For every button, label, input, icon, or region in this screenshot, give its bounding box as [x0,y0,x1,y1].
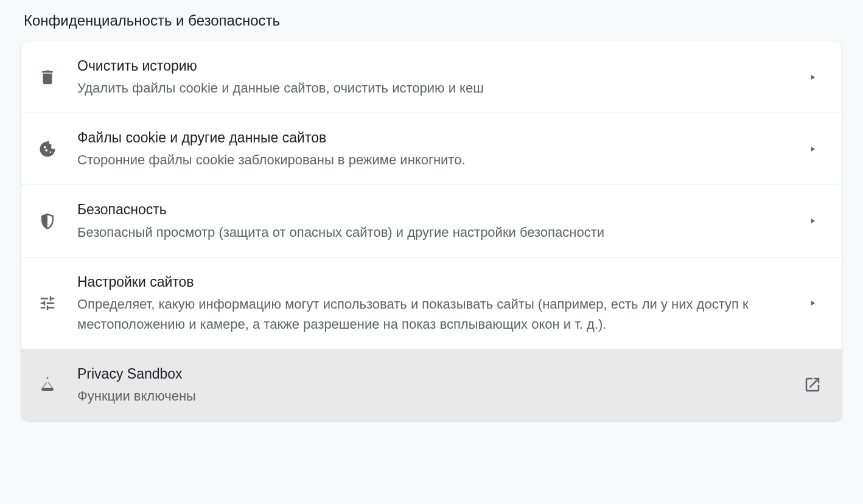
cookie-icon [38,140,77,158]
row-subtitle: Удалить файлы cookie и данные сайтов, оч… [77,78,788,98]
row-title: Настройки сайтов [77,272,788,292]
row-title: Очистить историю [77,56,788,75]
row-cookies[interactable]: Файлы cookie и другие данные сайтов Стор… [21,113,842,185]
trash-icon [38,68,77,86]
row-subtitle: Безопасный просмотр (защита от опасных с… [77,222,788,242]
settings-card: Очистить историю Удалить файлы cookie и … [21,41,842,421]
row-text: Безопасность Безопасный просмотр (защита… [77,200,803,242]
chevron-right-icon [803,217,822,225]
row-site-settings[interactable]: Настройки сайтов Определяет, какую инфор… [21,257,842,349]
chevron-right-icon [803,145,822,153]
row-subtitle: Определяет, какую информацию могут испол… [77,294,788,334]
chevron-right-icon [803,73,822,82]
row-text: Файлы cookie и другие данные сайтов Стор… [77,128,803,170]
row-text: Privacy Sandbox Функции включены [77,364,803,406]
row-text: Настройки сайтов Определяет, какую инфор… [77,272,803,334]
section-title: Конфиденциальность и безопасность [21,12,842,29]
row-clear-history[interactable]: Очистить историю Удалить файлы cookie и … [21,41,842,113]
row-security[interactable]: Безопасность Безопасный просмотр (защита… [21,185,842,257]
row-privacy-sandbox[interactable]: Privacy Sandbox Функции включены [21,349,842,421]
row-title: Безопасность [77,200,788,219]
row-text: Очистить историю Удалить файлы cookie и … [77,56,803,98]
row-subtitle: Сторонние файлы cookie заблокированы в р… [77,150,788,170]
shield-icon [38,212,77,230]
row-title: Privacy Sandbox [77,364,788,383]
flask-icon [38,376,77,394]
row-title: Файлы cookie и другие данные сайтов [77,128,788,147]
row-subtitle: Функции включены [77,386,788,406]
tune-icon [38,294,77,312]
launch-icon [803,376,822,394]
chevron-right-icon [803,299,822,307]
